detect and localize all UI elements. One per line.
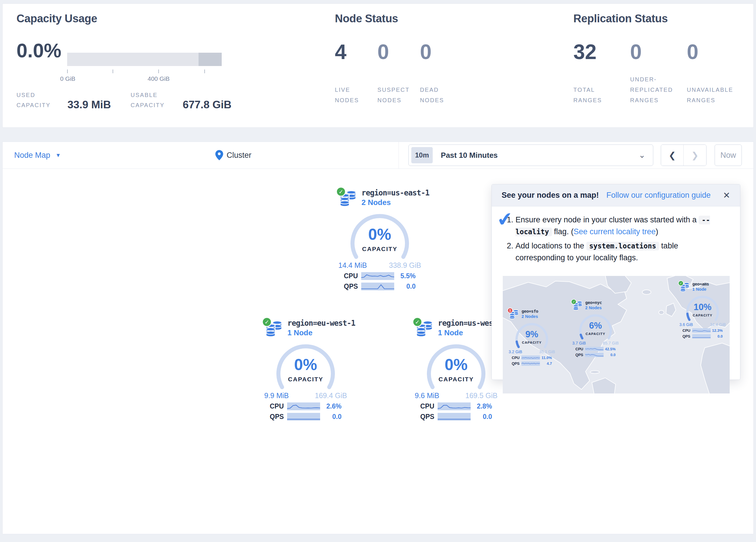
node-status-title: Node Status [335, 12, 463, 25]
region-locality-label: geo=ams [692, 282, 729, 287]
qps-value: 0.0 [711, 334, 722, 339]
region-nodes-link[interactable]: 2 Nodes [362, 198, 391, 207]
chevron-down-icon: ⌄ [639, 153, 645, 158]
total-ranges-count: 32 [573, 40, 630, 64]
node-map-panel: Node Map ▾ Cluster 10m Past 10 Minutes ⌄… [2, 141, 754, 534]
capacity-values: 3.2 GiB 35.1 GiB [509, 350, 555, 354]
region-meta: geo=nyc 2 Nodes [585, 300, 622, 311]
capacity-gauge-label: CAPACITY [425, 376, 487, 383]
node-status-badge: ✓ [678, 281, 684, 286]
cpu-sparkline [287, 403, 320, 410]
region-used-capacity: 3.2 GiB [509, 350, 522, 354]
popup-body: ✔ Ensure every node in your cluster was … [492, 206, 740, 264]
cpu-sparkline [361, 272, 394, 280]
under-replicated-label: UNDER-REPLICATED RANGES [630, 74, 681, 105]
capacity-gauge-label: CAPACITY [514, 341, 549, 344]
used-capacity-value: 33.9 MiB [67, 99, 111, 111]
node-status-badge: 1 [507, 308, 513, 313]
cluster-summary-panel: Capacity Usage 0.0% 0 GiB 400 GiB USED C… [2, 3, 754, 128]
popup-header: See your nodes on a map! Follow our conf… [492, 184, 740, 206]
axis-tick [204, 69, 205, 73]
region-meta: region=us-east-1 2 Nodes [362, 188, 427, 207]
time-range-dropdown[interactable]: 10m Past 10 Minutes ⌄ [408, 144, 653, 166]
qps-value: 4.7 [540, 361, 552, 366]
configuration-guide-link[interactable]: Follow our configuration guide [606, 191, 711, 200]
close-icon[interactable]: ✕ [723, 190, 730, 200]
capacity-gauge: 10% CAPACITY [685, 294, 720, 322]
cpu-metric-row: CPU 42.5% [575, 347, 616, 351]
cpu-metric-row: CPU 5.5% [344, 272, 416, 280]
region-used-capacity: 9.6 MiB [415, 392, 439, 400]
capacity-gauge-label: CAPACITY [348, 245, 411, 252]
region-header: ✓ region=eu-west-1 1 Node [258, 318, 353, 337]
cpu-label: CPU [682, 328, 692, 333]
region-nodes-link[interactable]: 2 Nodes [522, 314, 538, 319]
cpu-sparkline [585, 347, 604, 351]
capacity-details-row: USED CAPACITY 33.9 MiB USABLE CAPACITY 6… [16, 90, 232, 110]
cpu-value: 2.6% [320, 403, 342, 410]
time-range-badge: 10m [411, 147, 433, 163]
cpu-label: CPU [344, 272, 361, 280]
qps-label: QPS [575, 353, 585, 357]
cpu-metric-row: CPU 2.8% [420, 403, 492, 410]
unavailable-count: 0 [687, 40, 745, 64]
usable-capacity-label: USABLE CAPACITY [131, 90, 175, 110]
region-header: ✓ region=us-west-1 1 Node [408, 318, 504, 337]
view-mode-dropdown[interactable]: Node Map ▾ [14, 151, 60, 160]
time-now-button[interactable]: Now [715, 144, 742, 166]
region-used-capacity: 9.9 MiB [264, 392, 289, 400]
step-text: Add locations to the [515, 241, 586, 250]
node-status-values: 4 0 0 [335, 40, 463, 64]
capacity-values: 3.6 GiB 34.4 GiB [679, 322, 726, 327]
qps-metric-row: QPS 0.0 [420, 413, 492, 421]
replication-labels: TOTAL RANGES UNDER-REPLICATED RANGES UNA… [573, 74, 745, 105]
qps-label: QPS [512, 361, 522, 366]
time-prev-button[interactable]: ❮ [661, 145, 684, 166]
view-mode-label: Node Map [14, 151, 50, 160]
qps-label: QPS [420, 413, 438, 421]
world-map-preview: 1 geo=sfo 2 Nodes [503, 276, 730, 394]
capacity-gauge-label: CAPACITY [685, 313, 720, 317]
qps-metric-row: QPS 0.0 [575, 353, 616, 357]
step-text: flag. ( [552, 227, 574, 236]
axis-tick [158, 69, 159, 73]
capacity-gauge: 0% CAPACITY [348, 210, 411, 260]
capacity-gauge: 0% CAPACITY [425, 341, 487, 390]
node-status-badge: ✓ [571, 299, 577, 305]
time-next-button[interactable]: ❯ [684, 145, 706, 166]
popup-title: See your nodes on a map! [502, 191, 599, 200]
replication-status-title: Replication Status [573, 12, 745, 25]
cpu-label: CPU [512, 356, 522, 360]
region-locality-label: geo=nyc [585, 300, 622, 305]
capacity-gauge: 6% CAPACITY [578, 313, 613, 340]
locality-tree-link[interactable]: See current locality tree [574, 227, 656, 236]
step-text: Ensure every node in your cluster was st… [515, 215, 699, 224]
region-nodes-link[interactable]: 1 Node [438, 328, 463, 337]
toolbar-divider [399, 142, 399, 168]
qps-sparkline [692, 334, 711, 339]
qps-sparkline [438, 413, 471, 421]
map-toolbar: Node Map ▾ Cluster 10m Past 10 Minutes ⌄… [3, 142, 753, 169]
cpu-value: 2.8% [471, 403, 492, 410]
live-nodes-label: LIVE NODES [335, 84, 370, 105]
node-map-canvas: ✓ region=us-east-1 2 Nodes [3, 169, 753, 534]
system-locations-code: system.locations [586, 242, 659, 250]
qps-label: QPS [682, 334, 692, 339]
suspect-nodes-count: 0 [377, 40, 420, 64]
cpu-sparkline [438, 403, 471, 410]
qps-metric-row: QPS 0.0 [682, 334, 723, 339]
region-nodes-link[interactable]: 1 Node [692, 287, 707, 292]
region-nodes-link[interactable]: 2 Nodes [585, 306, 602, 311]
region-locality-label: region=eu-west-1 [287, 319, 353, 328]
qps-sparkline [287, 413, 320, 421]
capacity-values: 14.4 MiB 338.9 GiB [338, 261, 421, 269]
locality-breadcrumb[interactable]: Cluster [215, 150, 252, 160]
region-used-capacity: 3.6 GiB [679, 322, 693, 327]
capacity-bar-chart: 0 GiB 400 GiB [67, 53, 222, 66]
region-total-capacity: 169.4 GiB [315, 392, 347, 400]
region-nodes-link[interactable]: 1 Node [287, 328, 313, 337]
step-text: ) [656, 227, 658, 236]
region-total-capacity: 35.1 GiB [539, 350, 555, 354]
region-header: 1 geo=sfo 2 Nodes [505, 308, 559, 319]
axis-tick [113, 69, 113, 73]
